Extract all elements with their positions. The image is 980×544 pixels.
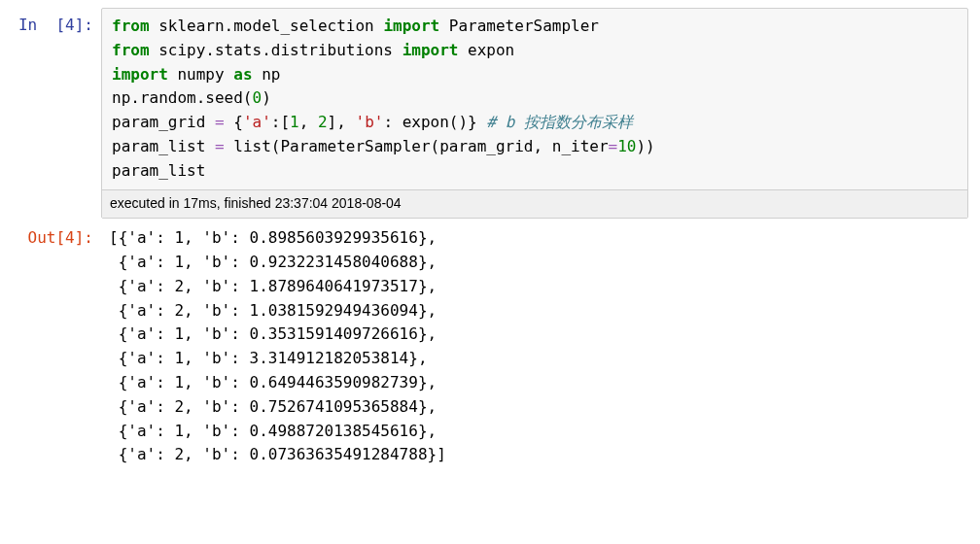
output-line: {'a': 2, 'b': 1.0381592949436094}, — [109, 301, 437, 320]
kw-from: from — [112, 17, 150, 35]
output-line: {'a': 2, 'b': 1.8789640641973517}, — [109, 277, 437, 295]
notebook: In [4]: from sklearn.model_selection imp… — [0, 0, 980, 483]
code-text: param_grid — [112, 113, 215, 131]
kw-as: as — [233, 65, 252, 84]
module-name: scipy.stats.distributions — [158, 41, 393, 59]
output-line: {'a': 2, 'b': 0.07363635491284788}] — [109, 445, 446, 463]
output-cell: Out[4]: [{'a': 1, 'b': 0.898560392993561… — [12, 221, 968, 467]
code-text: , — [299, 113, 318, 131]
import-name: expon — [468, 41, 514, 59]
output-line: {'a': 1, 'b': 0.4988720138545616}, — [109, 422, 437, 440]
output-line: {'a': 1, 'b': 0.6494463590982739}, — [109, 373, 437, 391]
output-text[interactable]: [{'a': 1, 'b': 0.8985603929935616}, {'a'… — [101, 221, 968, 467]
number-literal: 2 — [318, 113, 328, 131]
output-line: {'a': 1, 'b': 0.3531591409726616}, — [109, 324, 437, 343]
code-text: list(ParameterSampler(param_grid, n_iter — [225, 137, 609, 155]
code-text: :[ — [271, 113, 290, 131]
module-name: sklearn.model_selection — [158, 17, 374, 35]
output-line: [{'a': 1, 'b': 0.8985603929935616}, — [109, 228, 437, 247]
code-text: : expon()} — [383, 113, 486, 131]
code-text: ) — [262, 88, 271, 107]
alias-name: np — [262, 65, 280, 84]
equals-op: = — [215, 137, 225, 155]
number-literal: 0 — [253, 88, 262, 107]
execution-meta: executed in 17ms, finished 23:37:04 2018… — [102, 189, 967, 219]
code-text: )) — [636, 137, 654, 155]
module-name: numpy — [177, 65, 224, 84]
kw-from: from — [112, 41, 150, 59]
number-literal: 10 — [617, 137, 636, 155]
code-text: np.random.seed( — [112, 88, 253, 107]
input-cell: In [4]: from sklearn.model_selection imp… — [12, 8, 968, 219]
kw-import: import — [383, 17, 439, 35]
code-text: param_list — [112, 161, 205, 180]
output-line: {'a': 1, 'b': 3.314912182053814}, — [109, 349, 428, 367]
out-prompt: Out[4]: — [12, 221, 101, 251]
output-line: {'a': 1, 'b': 0.9232231458040688}, — [109, 253, 437, 271]
kw-import: import — [112, 65, 168, 84]
comment: # b 按指数分布采样 — [486, 113, 633, 131]
code-input-area[interactable]: from sklearn.model_selection import Para… — [101, 8, 968, 219]
string-literal: 'a' — [243, 113, 271, 131]
code-text: param_list — [112, 137, 215, 155]
string-literal: 'b' — [356, 113, 384, 131]
equals-op: = — [215, 113, 225, 131]
code-block[interactable]: from sklearn.model_selection import Para… — [102, 9, 967, 189]
number-literal: 1 — [290, 113, 299, 131]
code-text: ], — [328, 113, 356, 131]
output-line: {'a': 2, 'b': 0.7526741095365884}, — [109, 397, 437, 416]
code-text: { — [225, 113, 243, 131]
in-prompt: In [4]: — [12, 8, 101, 38]
kw-import: import — [402, 41, 459, 59]
equals-op: = — [609, 137, 618, 155]
import-name: ParameterSampler — [449, 17, 599, 35]
